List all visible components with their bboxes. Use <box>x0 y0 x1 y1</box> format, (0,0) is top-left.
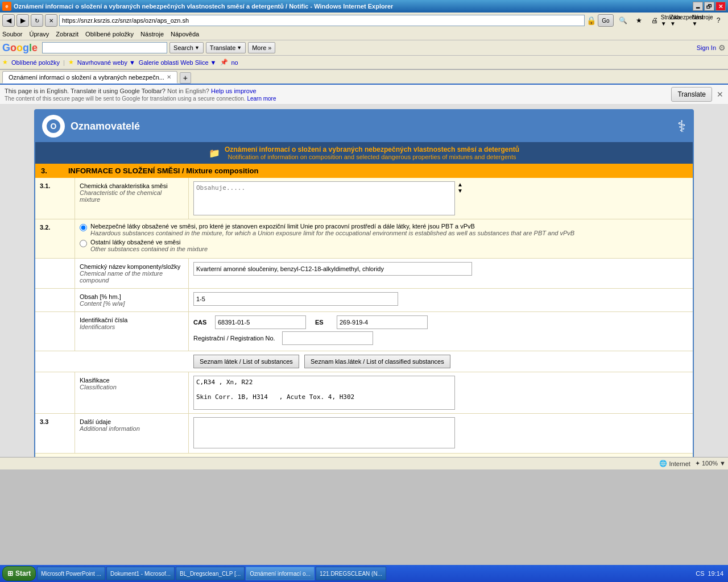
windows-logo: ⊞ <box>7 569 13 577</box>
taskbar-dregsclean-clp[interactable]: BL_Dregsclean_CLP [... <box>176 567 245 580</box>
row-3-2-num: 3.2. <box>35 219 75 258</box>
fav-galerie[interactable]: Galerie oblasti Web Slice ▼ <box>139 59 217 66</box>
row-3-2: 3.2. Nebezpečné látky obsažené ve směsi,… <box>35 219 693 259</box>
radio2-label-en: Other substances contained in the mixtur… <box>90 246 208 252</box>
zoom-info[interactable]: ✦ 100% ▼ <box>695 460 726 467</box>
radio-option-1: Nebezpečné látky obsažené ve směsi, pro … <box>80 223 688 236</box>
search-icon[interactable]: 🔍 <box>615 14 630 27</box>
print-icon[interactable]: 🖨 <box>647 14 662 27</box>
translate-bar-close-icon[interactable]: ✕ <box>717 90 723 99</box>
sign-in-link[interactable]: Sign In <box>697 44 716 51</box>
minimize-button[interactable]: 🗕 <box>693 2 703 11</box>
list-buttons-row: Seznam látek / List of substances Seznam… <box>35 351 693 372</box>
new-tab-button[interactable]: + <box>180 72 191 84</box>
radio-hazardous-substances[interactable] <box>80 224 87 231</box>
translate-label: Translate <box>210 44 235 51</box>
chemical-characteristics-textarea[interactable] <box>193 181 455 215</box>
translate-page-button[interactable]: Translate <box>671 87 712 102</box>
list-substances-button[interactable]: Seznam látek / List of substances <box>193 355 299 368</box>
tab-close-icon[interactable]: ✕ <box>167 74 171 80</box>
row-3-3-num: 3.3 <box>35 414 75 453</box>
title-bar: e Oznámení informaci o složení a vybraný… <box>0 0 728 13</box>
tab-label: Oznámení informaci o složení a vybraných… <box>9 74 164 81</box>
close-button[interactable]: ✕ <box>715 2 726 11</box>
radio-other-substances[interactable] <box>80 240 87 247</box>
nav-star-icon: ★ <box>68 59 74 66</box>
additional-info-textarea[interactable] <box>193 417 455 448</box>
learn-more-link[interactable]: Learn more <box>247 95 276 102</box>
translate-notice-text: The content of this secure page will be … <box>5 95 246 102</box>
fav-oblibene[interactable]: Oblíbené položky <box>11 59 60 66</box>
compound-name-content <box>189 259 693 288</box>
content-input[interactable] <box>193 292 398 306</box>
section-3-header: 3. INFORMACE O SLOŽENÍ SMĚSI / Mixture c… <box>35 164 693 178</box>
fav-navrhowane[interactable]: Navrhované weby ▼ <box>77 59 135 66</box>
reg-row: Registrační / Registration No. <box>193 331 688 345</box>
lang-indicator: CS <box>696 570 704 577</box>
back-button[interactable]: ◀ <box>2 14 15 27</box>
menu-nastroje[interactable]: Nástroje <box>140 31 164 38</box>
help-improve-link[interactable]: Help us improve <box>211 88 256 94</box>
menu-soubor[interactable]: Soubor <box>2 31 22 38</box>
menu-zobrazit[interactable]: Zobrazit <box>56 31 78 38</box>
forward-button[interactable]: ▶ <box>16 14 29 27</box>
search-button[interactable]: Search ▼ <box>169 42 204 53</box>
taskbar-oznameni[interactable]: Oznámení informací o... <box>246 567 315 580</box>
reg-input[interactable] <box>282 331 373 345</box>
content-row: Obsah [% hm.] Content [% w/w] <box>35 289 693 312</box>
row-3-2-content: Nebezpečné látky obsažené ve směsi, pro … <box>75 219 693 258</box>
compound-name-input[interactable] <box>193 262 472 276</box>
translate-button[interactable]: Translate ▼ <box>206 42 246 53</box>
translate-bar: This page is in English. Translate it us… <box>0 85 728 105</box>
cas-input[interactable] <box>215 315 306 329</box>
folder-icon: 📁 <box>209 148 220 159</box>
zone-label: Internet <box>669 460 690 467</box>
row-3-1-content: ▲ ▼ <box>189 178 693 219</box>
menu-napoveda[interactable]: Nápověda <box>171 31 199 38</box>
cas-label: CAS <box>193 319 210 326</box>
taskbar-powerpoint[interactable]: Microsoft PowerPoint ... <box>37 567 105 580</box>
section-num: 3. <box>41 167 64 175</box>
stop-button[interactable]: ✕ <box>45 14 57 27</box>
taskbar-right: CS 19:14 <box>696 570 726 577</box>
globe-icon: 🌐 <box>659 460 667 467</box>
tab-main[interactable]: Oznámení informaci o složení a vybraných… <box>2 71 177 84</box>
taskbar-dregsclean-n[interactable]: 121.DREGSCLEAN (N... <box>316 567 386 580</box>
radio-option-2: Ostatní látky obsažené ve směsi Other su… <box>80 239 688 252</box>
subheader-line2: Notification of information on compositi… <box>225 153 519 160</box>
more-button[interactable]: More » <box>248 42 275 53</box>
es-input[interactable] <box>337 315 428 329</box>
clock: 19:14 <box>708 570 723 577</box>
toolbar-settings-icon[interactable]: ⚙ <box>718 43 726 52</box>
content-row-label: Obsah [% hm.] Content [% w/w] <box>75 289 189 311</box>
content-row-num <box>35 289 75 311</box>
not-in-english-text: Not in English? <box>167 88 209 94</box>
help-icon[interactable]: ? <box>711 14 726 27</box>
row-3-1-num: 3.1. <box>35 178 75 219</box>
refresh-button[interactable]: ↻ <box>31 14 43 27</box>
restore-button[interactable]: 🗗 <box>704 2 714 11</box>
start-button[interactable]: ⊞ Start <box>2 566 36 581</box>
form-container: O Oznamovatelé ⚕ 📁 Oznámení informací o … <box>34 109 694 457</box>
classification-row: Klasifikace Classification // Will popul… <box>35 372 693 414</box>
textarea-scrolldown-icon[interactable]: ▼ <box>457 188 463 194</box>
tools-menu-button[interactable]: Nástroje ▼ <box>695 14 710 27</box>
fav-no[interactable]: no <box>231 59 238 66</box>
list-classified-button[interactable]: Seznam klas.látek / List of classified s… <box>304 355 450 368</box>
classification-textarea[interactable] <box>193 376 455 410</box>
translate-prompt-text: This page is in English. Translate it us… <box>5 88 166 94</box>
radio1-label-en: Hazardous substances contained in the mi… <box>90 230 574 236</box>
menu-oblibene[interactable]: Oblíbené položky <box>85 31 134 38</box>
google-toolbar: Google Search ▼ Translate ▼ More » Sign … <box>0 40 728 56</box>
go-button[interactable]: Go <box>598 14 614 27</box>
menu-upravy[interactable]: Úpravy <box>29 31 49 38</box>
subheader-line1: Oznámení informací o složení a vybraných… <box>225 146 519 153</box>
classification-label: Klasifikace Classification <box>75 372 189 413</box>
textarea-scrollup-icon[interactable]: ▲ <box>457 181 463 188</box>
favorites-icon[interactable]: ★ <box>631 14 646 27</box>
taskbar-word[interactable]: Dokument1 - Microsof... <box>106 567 175 580</box>
identifiers-num <box>35 312 75 351</box>
google-search-input[interactable] <box>42 42 167 53</box>
address-input[interactable] <box>59 15 585 26</box>
row-3-1-label: Chemická charakteristika směsi Character… <box>75 178 189 219</box>
